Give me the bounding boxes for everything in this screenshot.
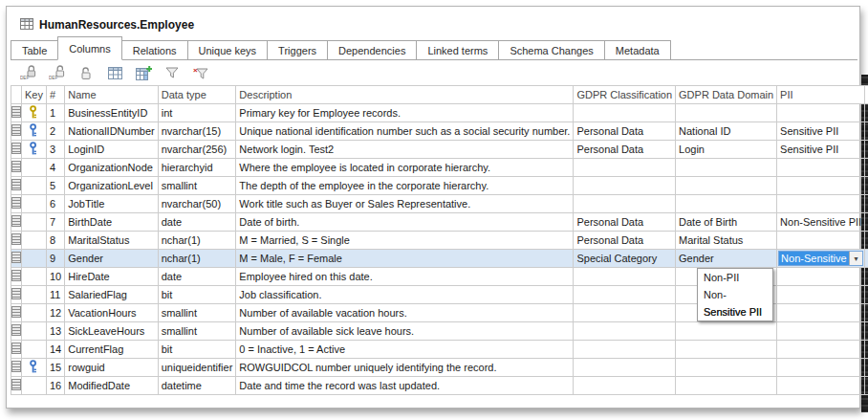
- cell-name[interactable]: SalariedFlag: [65, 286, 158, 304]
- cell-gdpr-classification[interactable]: [574, 377, 676, 395]
- dropdown-option[interactable]: Non-Sensitive PII: [698, 286, 772, 303]
- row-handle-cell[interactable]: [11, 141, 22, 159]
- row-handle-cell[interactable]: [11, 377, 22, 395]
- cell-description[interactable]: Network login. Test2: [236, 141, 574, 159]
- cell-num[interactable]: 13: [46, 322, 64, 341]
- lock-definition-icon[interactable]: DEF: [18, 62, 39, 83]
- cell-name[interactable]: NationalIDNumber: [65, 122, 158, 141]
- cell-pii-data-domain[interactable]: [865, 195, 868, 213]
- cell-description[interactable]: Unique national identification number su…: [236, 122, 574, 141]
- tab-linked-terms[interactable]: Linked terms: [416, 40, 499, 60]
- cell-gdpr-classification[interactable]: [574, 304, 676, 322]
- cell-num[interactable]: 12: [46, 304, 64, 322]
- cell-pii[interactable]: [777, 341, 865, 359]
- cell-gdpr-data-domain[interactable]: Date of Birth: [676, 213, 777, 232]
- cell-datatype[interactable]: int: [158, 104, 236, 122]
- row-handle-cell[interactable]: [11, 359, 22, 377]
- cell-gdpr-classification[interactable]: [574, 341, 676, 359]
- cell-gdpr-data-domain[interactable]: [676, 177, 777, 195]
- cell-pii[interactable]: Non-Sensitive PII: [777, 213, 865, 232]
- cell-gdpr-classification[interactable]: [574, 359, 676, 377]
- cell-gdpr-data-domain[interactable]: Gender: [676, 250, 777, 268]
- unlock-icon[interactable]: [76, 62, 97, 83]
- show-columns-icon[interactable]: [104, 62, 125, 83]
- cell-gdpr-classification[interactable]: Special Category: [574, 250, 676, 268]
- pii-combobox[interactable]: Non-Sensitive▾: [778, 251, 863, 266]
- row-handle-cell[interactable]: [11, 341, 22, 359]
- clear-filter-icon[interactable]: ×: [190, 62, 211, 83]
- cell-pii[interactable]: [777, 322, 865, 341]
- cell-datatype[interactable]: nvarchar(50): [158, 195, 236, 213]
- cell-num[interactable]: 2: [46, 122, 64, 141]
- key-cell[interactable]: [22, 213, 47, 232]
- cell-pii[interactable]: [777, 359, 865, 377]
- cell-name[interactable]: BirthDate: [65, 213, 158, 232]
- cell-name[interactable]: Gender: [65, 250, 158, 268]
- tab-unique-keys[interactable]: Unique keys: [187, 40, 269, 60]
- cell-name[interactable]: CurrentFlag: [65, 341, 158, 359]
- cell-name[interactable]: OrganizationNode: [65, 159, 158, 177]
- cell-pii-data-domain[interactable]: [865, 377, 868, 395]
- filter-icon[interactable]: [162, 62, 183, 83]
- tab-columns[interactable]: Columns: [57, 36, 121, 60]
- cell-num[interactable]: 7: [46, 213, 64, 232]
- key-cell[interactable]: [22, 250, 47, 268]
- key-cell[interactable]: [22, 377, 47, 395]
- cell-datatype[interactable]: bit: [158, 286, 236, 304]
- row-handle-cell[interactable]: [11, 195, 22, 213]
- cell-gdpr-data-domain[interactable]: [676, 377, 777, 395]
- cell-gdpr-data-domain[interactable]: [676, 341, 777, 359]
- add-column-icon[interactable]: [133, 62, 154, 83]
- cell-datatype[interactable]: bit: [158, 341, 236, 359]
- row-handle-cell[interactable]: [11, 250, 22, 268]
- cell-name[interactable]: VacationHours: [65, 304, 158, 322]
- cell-gdpr-data-domain[interactable]: Login: [676, 141, 777, 159]
- cell-gdpr-classification[interactable]: [574, 322, 676, 341]
- tab-metadata[interactable]: Metadata: [604, 40, 671, 60]
- cell-gdpr-classification[interactable]: [574, 104, 676, 122]
- dropdown-option[interactable]: Sensitive PII: [698, 303, 772, 321]
- cell-num[interactable]: 14: [46, 341, 64, 359]
- dropdown-option[interactable]: Non-PII: [698, 269, 772, 286]
- tab-table[interactable]: Table: [11, 40, 58, 60]
- cell-datatype[interactable]: datetime: [158, 377, 236, 395]
- column-header-gdpr-data-domain[interactable]: GDPR Data Domain: [676, 86, 777, 104]
- cell-gdpr-data-domain[interactable]: [676, 159, 777, 177]
- cell-pii-data-domain[interactable]: National ID: [865, 122, 868, 141]
- column-header-name[interactable]: Name: [65, 86, 158, 104]
- column-header-key[interactable]: Key: [22, 86, 47, 104]
- cell-num[interactable]: 16: [46, 377, 64, 395]
- cell-datatype[interactable]: hierarchyid: [158, 159, 236, 177]
- cell-pii-data-domain[interactable]: [865, 359, 868, 377]
- key-cell[interactable]: [22, 122, 47, 141]
- cell-datatype[interactable]: nchar(1): [158, 250, 236, 268]
- row-handle-cell[interactable]: [11, 213, 22, 232]
- key-cell[interactable]: [22, 322, 47, 341]
- cell-name[interactable]: rowguid: [65, 359, 158, 377]
- cell-name[interactable]: ModifiedDate: [65, 377, 158, 395]
- cell-pii-data-domain[interactable]: [865, 322, 868, 341]
- cell-description[interactable]: ROWGUIDCOL number uniquely identifying t…: [236, 359, 574, 377]
- cell-pii-data-domain[interactable]: Date of Birth: [865, 213, 868, 232]
- cell-num[interactable]: 3: [46, 141, 64, 159]
- cell-description[interactable]: Work title such as Buyer or Sales Repres…: [236, 195, 574, 213]
- key-cell[interactable]: [22, 232, 47, 250]
- cell-description[interactable]: Number of available sick leave hours.: [236, 322, 574, 341]
- cell-gdpr-classification[interactable]: [574, 159, 676, 177]
- cell-datatype[interactable]: date: [158, 268, 236, 286]
- key-cell[interactable]: [22, 286, 47, 304]
- cell-datatype[interactable]: date: [158, 213, 236, 232]
- cell-pii-data-domain[interactable]: [865, 341, 868, 359]
- cell-name[interactable]: BusinessEntityID: [65, 104, 158, 122]
- cell-gdpr-classification[interactable]: [574, 177, 676, 195]
- cell-gdpr-classification[interactable]: Personal Data: [574, 141, 676, 159]
- cell-pii[interactable]: [777, 177, 865, 195]
- cell-datatype[interactable]: smallint: [158, 177, 236, 195]
- cell-num[interactable]: 10: [46, 268, 64, 286]
- cell-pii-data-domain[interactable]: [865, 159, 868, 177]
- column-header-description[interactable]: Description: [236, 86, 574, 104]
- key-cell[interactable]: [22, 177, 47, 195]
- cell-datatype[interactable]: smallint: [158, 304, 236, 322]
- cell-num[interactable]: 1: [46, 104, 64, 122]
- cell-datatype[interactable]: nvarchar(256): [158, 141, 236, 159]
